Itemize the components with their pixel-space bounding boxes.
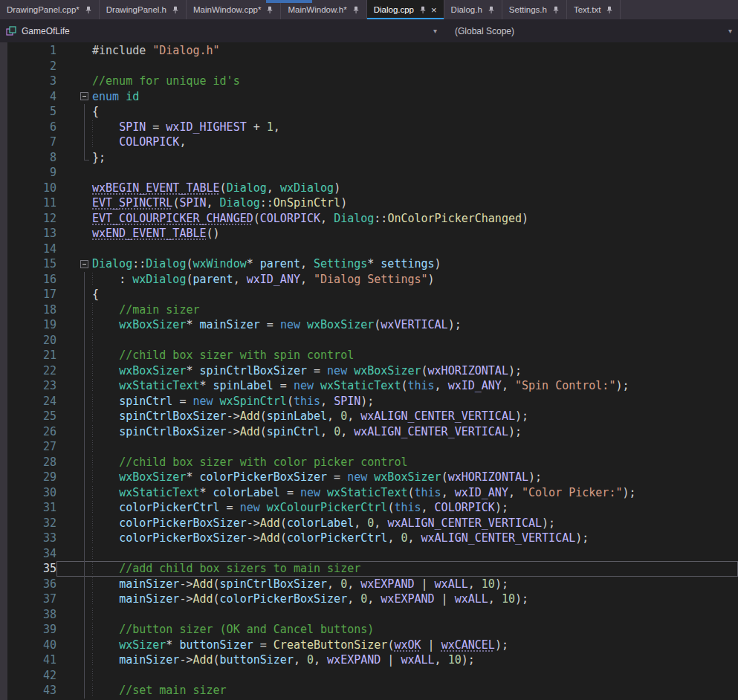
code-line[interactable]: 12EVT_COLOURPICKER_CHANGED(COLORPICK, Di… [0,211,738,227]
code-line[interactable]: 34 [0,546,738,562]
tab-label: MainWindow.h* [288,5,346,14]
code-text: wxStaticText* colorLabel = new wxStaticT… [92,485,738,501]
chevron-down-icon[interactable]: ▾ [721,27,732,35]
tab-settings-h[interactable]: Settings.h [502,0,567,19]
tab-label: Text.txt [574,5,601,14]
code-line[interactable]: 31 colorPickerCtrl = new wxColourPickerC… [0,500,738,516]
tab-drawingpanel-h[interactable]: DrawingPanel.h [100,0,187,19]
line-number: 33 [0,531,56,546]
fold-scope-line [84,287,85,302]
scope-dropdown-label: (Global Scope) [455,26,514,36]
fold-scope-line [84,424,85,440]
code-line[interactable]: 21 //child box sizer with spin control [0,348,738,363]
tab-text-txt[interactable]: Text.txt [567,0,621,19]
fold-scope-line [84,272,85,288]
tab-label: DrawingPanel.cpp* [7,5,80,14]
fold-collapse-icon[interactable] [80,260,88,268]
fold-scope-line [84,455,85,470]
tab-dialog-cpp[interactable]: Dialog.cpp× [367,0,444,19]
code-line[interactable]: 8}; [0,150,738,166]
line-number: 9 [0,165,56,181]
project-dropdown[interactable]: GameOfLife ▾ [0,19,443,42]
pin-icon[interactable] [352,6,360,14]
code-line[interactable]: 3//enum for unique id's [0,74,738,89]
code-line[interactable]: 42 [0,668,738,684]
pin-icon[interactable] [488,6,495,14]
code-text: SPIN = wxID_HIGHEST + 1, [92,120,738,135]
code-line[interactable]: 14 [0,242,738,257]
fold-scope-line [84,348,85,363]
close-icon[interactable]: × [431,5,437,15]
code-text: //set main sizer [92,683,738,699]
code-line[interactable]: 38 [0,607,738,623]
fold-scope-line [84,531,85,546]
code-line[interactable]: 43 //set main sizer [0,683,738,699]
code-line[interactable]: 26 spinCtrlBoxSizer->Add(spinCtrl, 0, wx… [0,424,738,440]
line-number: 10 [0,181,56,196]
line-number: 31 [0,500,56,516]
code-line[interactable]: 28 //child box sizer with color picker c… [0,455,738,470]
code-line[interactable]: 37 mainSizer->Add(colorPickerBoxSizer, 0… [0,592,738,607]
code-line[interactable]: 36 mainSizer->Add(spinCtrlBoxSizer, 0, w… [0,577,738,592]
code-text: }; [92,150,738,166]
line-number: 11 [0,195,56,211]
code-line[interactable]: 20 [0,333,738,349]
code-line[interactable]: 13wxEND_EVENT_TABLE() [0,226,738,242]
fold-scope-line [84,333,85,349]
tab-dialog-h[interactable]: Dialog.h [444,0,502,19]
tab-label: DrawingPanel.h [106,5,166,14]
pin-icon[interactable] [266,6,273,14]
pin-icon[interactable] [419,6,427,14]
code-line[interactable]: 17{ [0,287,738,302]
code-line[interactable]: 35 //add child box sizers to main sizer [0,561,738,577]
fold-scope-line [84,317,85,333]
code-line[interactable]: 19 wxBoxSizer* mainSizer = new wxBoxSize… [0,317,738,333]
code-line[interactable]: 23 wxStaticText* spinLabel = new wxStati… [0,378,738,394]
fold-scope-line [84,302,85,318]
chevron-down-icon[interactable]: ▾ [426,27,437,35]
pin-icon[interactable] [172,6,179,14]
code-line[interactable]: 29 wxBoxSizer* colorPickerBoxSizer = new… [0,470,738,485]
fold-scope-line [84,439,85,455]
code-line[interactable]: 7 COLORPICK, [0,135,738,150]
code-text: EVT_COLOURPICKER_CHANGED(COLORPICK, Dial… [92,211,738,227]
tab-label: Dialog.h [451,5,482,14]
code-line[interactable]: 33 colorPickerBoxSizer->Add(colorPickerC… [0,531,738,546]
code-line[interactable]: 24 spinCtrl = new wxSpinCtrl(this, SPIN)… [0,394,738,409]
code-line[interactable]: 2 [0,59,738,74]
pin-icon[interactable] [85,6,92,14]
code-line[interactable]: 25 spinCtrlBoxSizer->Add(spinLabel, 0, w… [0,409,738,424]
code-line[interactable]: 40 wxSizer* buttonSizer = CreateButtonSi… [0,638,738,653]
code-line[interactable]: 9 [0,165,738,181]
code-text: wxSizer* buttonSizer = CreateButtonSizer… [92,638,738,653]
code-line[interactable]: 39 //button sizer (OK and Cancel buttons… [0,622,738,638]
line-number: 6 [0,120,56,135]
fold-collapse-icon[interactable] [80,92,88,100]
tab-label: MainWindow.cpp* [193,5,261,14]
tab-drawingpanel-cpp[interactable]: DrawingPanel.cpp* [0,0,100,19]
code-editor[interactable]: 1#include "Dialog.h"23//enum for unique … [0,42,738,700]
code-line[interactable]: 32 colorPickerBoxSizer->Add(colorLabel, … [0,516,738,531]
project-dropdown-label: GameOfLife [22,26,70,36]
code-line[interactable]: 22 wxBoxSizer* spinCtrlBoxSizer = new wx… [0,363,738,379]
code-line[interactable]: 30 wxStaticText* colorLabel = new wxStat… [0,485,738,501]
code-line[interactable]: 18 //main sizer [0,302,738,318]
code-line[interactable]: 15Dialog::Dialog(wxWindow* parent, Setti… [0,256,738,272]
pin-icon[interactable] [552,6,560,14]
code-area[interactable]: 1#include "Dialog.h"23//enum for unique … [0,42,738,699]
code-line[interactable]: 11EVT_SPINCTRL(SPIN, Dialog::OnSpinCtrl) [0,195,738,211]
pin-icon[interactable] [606,6,613,14]
scope-dropdown[interactable]: (Global Scope) ▾ [443,19,738,42]
code-line[interactable]: 1#include "Dialog.h" [0,43,738,59]
code-line[interactable]: 6 SPIN = wxID_HIGHEST + 1, [0,120,738,135]
code-line[interactable]: 41 mainSizer->Add(buttonSizer, 0, wxEXPA… [0,652,738,668]
code-line[interactable]: 4enum id [0,89,738,105]
tab-bar: DrawingPanel.cpp*DrawingPanel.hMainWindo… [0,0,738,19]
code-line[interactable]: 27 [0,439,738,455]
code-line[interactable]: 5{ [0,104,738,120]
code-line[interactable]: 10wxBEGIN_EVENT_TABLE(Dialog, wxDialog) [0,181,738,196]
code-line[interactable]: 16 : wxDialog(parent, wxID_ANY, "Dialog … [0,272,738,288]
tab-label: Dialog.cpp [374,5,414,14]
fold-scope-line [84,120,85,135]
line-number: 27 [0,439,56,455]
